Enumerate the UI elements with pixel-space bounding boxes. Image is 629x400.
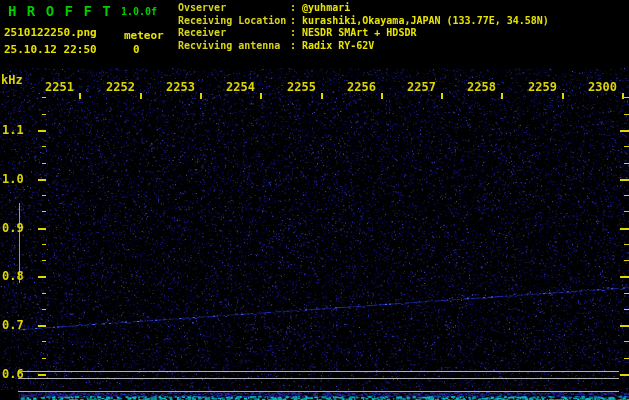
info-row: Ovserver: @yuhmari — [178, 2, 549, 15]
observer-info-block: Ovserver: @yuhmariReceiving Location: ku… — [178, 2, 549, 52]
y-axis-unit-label: kHz — [1, 73, 23, 87]
info-separator: : — [290, 27, 302, 38]
info-separator: : — [290, 40, 302, 51]
info-value: @yuhmari — [302, 2, 350, 13]
info-value: Radix RY-62V — [302, 40, 374, 51]
app-title: H R O F F T — [8, 3, 112, 19]
info-label: Recviving antenna — [178, 40, 290, 53]
echo-count: 0 — [133, 43, 140, 56]
spectrogram-canvas — [0, 0, 629, 400]
info-row: Recviving antenna: Radix RY-62V — [178, 40, 549, 53]
x-tick-label: 2251 — [34, 80, 74, 94]
y-tick-label: 0.7 — [2, 318, 24, 332]
info-row: Receiving Location: kurashiki,Okayama,JA… — [178, 15, 549, 28]
x-tick-label: 2256 — [336, 80, 376, 94]
x-tick-label: 2252 — [95, 80, 135, 94]
info-label: Receiver — [178, 27, 290, 40]
app-version: 1.0.0f — [121, 6, 157, 17]
info-label: Receiving Location — [178, 15, 290, 28]
y-tick-label: 0.6 — [2, 367, 24, 381]
x-tick-label: 2300 — [577, 80, 617, 94]
info-value: NESDR SMArt + HDSDR — [302, 27, 416, 38]
info-separator: : — [290, 15, 302, 26]
x-tick-label: 2253 — [155, 80, 195, 94]
info-row: Receiver: NESDR SMArt + HDSDR — [178, 27, 549, 40]
y-tick-label: 0.8 — [2, 269, 24, 283]
y-tick-label: 1.1 — [2, 123, 24, 137]
info-label: Ovserver — [178, 2, 290, 15]
y-tick-label: 1.0 — [2, 172, 24, 186]
observation-datetime: 25.10.12 22:50 — [4, 43, 97, 56]
x-tick-label: 2255 — [276, 80, 316, 94]
station-label: meteor — [124, 29, 164, 42]
info-separator: : — [290, 2, 302, 13]
x-tick-label: 2259 — [517, 80, 557, 94]
info-value: kurashiki,Okayama,JAPAN (133.77E, 34.58N… — [302, 15, 549, 26]
x-tick-label: 2254 — [215, 80, 255, 94]
x-tick-label: 2257 — [396, 80, 436, 94]
output-filename: 2510122250.png — [4, 26, 97, 39]
hrofft-window: H R O F F T 1.0.0f 2510122250.png meteor… — [0, 0, 629, 400]
x-tick-label: 2258 — [456, 80, 496, 94]
y-tick-label: 0.9 — [2, 221, 24, 235]
